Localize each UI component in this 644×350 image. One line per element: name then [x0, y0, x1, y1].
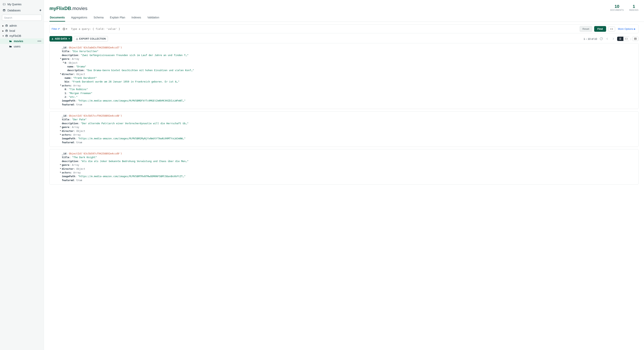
document-card[interactable]: _id:ObjectId('63c5b597cf94258892e4ccd9')…	[50, 149, 638, 184]
caret-right-icon: ▶	[2, 25, 4, 27]
toolbar: ADD DATA ▼ EXPORT COLLECTION 1 – 10 of 1…	[44, 35, 644, 43]
view-json-button[interactable]	[624, 37, 629, 41]
tab-indexes[interactable]: Indexes	[131, 14, 142, 21]
query-bar: Filter ▼ Reset Find More Options ▶	[50, 24, 638, 33]
add-data-button[interactable]: ADD DATA ▼	[50, 36, 72, 41]
caret-down-icon[interactable]: ▼	[60, 57, 62, 60]
separator: |	[629, 37, 632, 40]
caret-right-icon[interactable]: ▶	[60, 125, 62, 128]
query-input[interactable]	[70, 27, 578, 31]
database-icon	[2, 9, 6, 12]
db-item-admin[interactable]: ▶ admin	[0, 23, 44, 28]
stat-documents: 10 DOCUMENTS	[610, 4, 624, 11]
view-table-button[interactable]	[632, 37, 638, 41]
document-card[interactable]: _id:ObjectId('63c5b57ccf94258892e4ccd8')…	[50, 111, 638, 147]
document-card[interactable]: _id:ObjectId('63c5ab63cf94258892e4ccd7')…	[50, 43, 638, 109]
collection-item-users[interactable]: users	[0, 44, 44, 49]
caret-down-icon: ▼	[68, 38, 70, 40]
db-item-local[interactable]: ▶ local	[0, 28, 44, 33]
next-page-icon[interactable]	[611, 37, 615, 41]
stat-indexes: 1 INDEXES	[629, 4, 638, 11]
caret-down-icon[interactable]: ▼	[60, 72, 62, 75]
braces-icon	[2, 3, 6, 6]
prev-page-icon[interactable]	[605, 37, 609, 41]
databases-label: Databases	[8, 9, 20, 12]
find-button[interactable]: Find	[594, 26, 606, 32]
svg-point-3	[6, 35, 8, 35]
database-icon	[5, 30, 8, 32]
caret-right-icon[interactable]: ▶	[60, 167, 62, 170]
caret-down-icon: ▼	[2, 35, 4, 37]
export-collection-button[interactable]: EXPORT COLLECTION	[74, 36, 108, 41]
caret-right-icon: ▶	[2, 30, 4, 32]
database-icon	[5, 24, 8, 27]
search-input[interactable]	[2, 15, 42, 21]
databases-nav[interactable]: Databases +	[0, 7, 44, 13]
caret-right-icon: ▶	[634, 28, 636, 30]
database-icon	[5, 35, 8, 37]
collection-title: myFlixDB.movies	[50, 6, 87, 11]
database-tree: ▶ admin ▶ local ▼ myFlixDB movies ••• us…	[0, 23, 44, 49]
add-database-icon[interactable]: +	[39, 8, 42, 12]
my-queries-nav[interactable]: My Queries	[0, 1, 44, 7]
view-toggle: |	[617, 37, 638, 41]
export-icon	[76, 38, 78, 40]
view-list-button[interactable]	[617, 37, 624, 41]
tab-aggregations[interactable]: Aggregations	[71, 14, 88, 21]
tab-explain-plan[interactable]: Explain Plan	[110, 14, 126, 21]
history-button[interactable]: ▼	[62, 28, 68, 30]
svg-point-2	[6, 30, 8, 30]
main-panel: myFlixDB.movies 10 DOCUMENTS 1 INDEXES D…	[44, 0, 644, 350]
sidebar: My Queries Databases + ▶ admin ▶ local ▼…	[0, 0, 44, 350]
tab-schema[interactable]: Schema	[93, 14, 104, 21]
caret-down-icon: ▼	[66, 28, 68, 30]
my-queries-label: My Queries	[8, 3, 22, 6]
tab-validation[interactable]: Validation	[147, 14, 160, 21]
refresh-icon[interactable]	[599, 37, 604, 41]
result-range: 1 – 10 of 10	[584, 37, 597, 40]
tab-documents[interactable]: Documents	[50, 14, 65, 21]
folder-icon	[9, 45, 12, 48]
more-actions-icon[interactable]: •••	[38, 39, 42, 43]
db-item-myflixdb[interactable]: ▼ myFlixDB	[0, 33, 44, 38]
download-icon	[52, 38, 54, 40]
caret-right-icon[interactable]: ▶	[60, 133, 62, 136]
collection-header: myFlixDB.movies 10 DOCUMENTS 1 INDEXES	[44, 0, 644, 13]
reset-button[interactable]: Reset	[580, 26, 592, 32]
caret-down-icon[interactable]: ▼	[62, 61, 64, 64]
caret-right-icon[interactable]: ▶	[60, 129, 62, 132]
caret-down-icon[interactable]: ▼	[60, 84, 62, 86]
document-list: _id:ObjectId('63c5ab63cf94258892e4ccd7')…	[44, 43, 644, 350]
svg-point-1	[6, 24, 8, 25]
code-toggle-button[interactable]	[608, 27, 615, 31]
caret-right-icon[interactable]: ▶	[60, 163, 62, 166]
folder-icon	[9, 40, 12, 42]
collection-item-movies[interactable]: movies •••	[0, 38, 44, 44]
more-options-button[interactable]: More Options ▶	[617, 27, 636, 30]
caret-right-icon[interactable]: ▶	[60, 171, 62, 174]
filter-button[interactable]: Filter	[52, 27, 60, 30]
tabs: Documents Aggregations Schema Explain Pl…	[44, 13, 644, 22]
svg-point-0	[3, 9, 5, 10]
